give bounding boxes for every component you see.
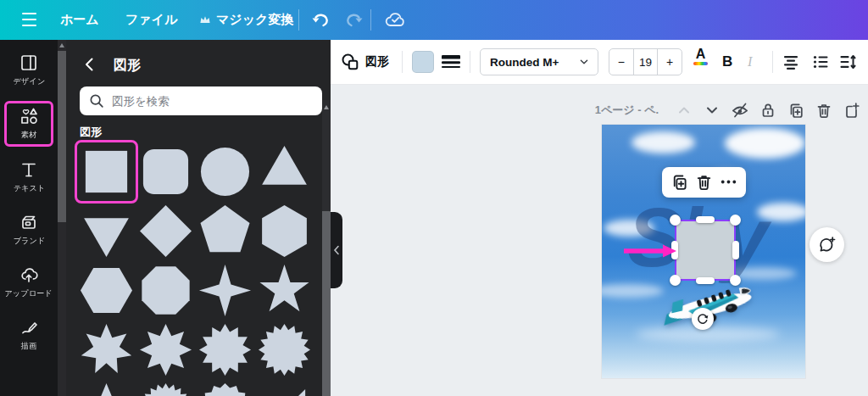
- rotate-handle[interactable]: [692, 308, 714, 330]
- menu-hamburger-button[interactable]: [22, 13, 36, 26]
- cloud-save-status-button[interactable]: [384, 10, 406, 31]
- shape-star-7[interactable]: [80, 323, 133, 376]
- shapes-panel: 図形 図形: [66, 40, 331, 396]
- add-page-button[interactable]: [843, 101, 861, 120]
- line-spacing-icon: [838, 53, 857, 71]
- home-menu-item[interactable]: ホーム: [60, 0, 99, 40]
- italic-button[interactable]: I: [748, 48, 752, 75]
- border-weight-button[interactable]: [441, 48, 461, 75]
- list-button[interactable]: [811, 48, 830, 75]
- cloud-check-icon: [384, 10, 407, 30]
- text-color-button[interactable]: A: [693, 48, 708, 75]
- bold-button[interactable]: B: [722, 48, 732, 75]
- brand-kit-icon: [19, 213, 38, 231]
- delete-page-button[interactable]: [815, 101, 833, 120]
- resize-handle-se[interactable]: [730, 275, 741, 286]
- sidebar-item-draw[interactable]: 描画: [4, 313, 53, 357]
- shape-star-6[interactable]: [80, 382, 133, 396]
- scrollbar-up-arrow[interactable]: [59, 43, 64, 47]
- shape-square[interactable]: [80, 145, 133, 198]
- panel-scrollbar[interactable]: [322, 100, 331, 396]
- shape-triangle[interactable]: [258, 145, 311, 198]
- page-up-button[interactable]: [675, 101, 693, 120]
- shape-flag[interactable]: [258, 382, 311, 396]
- shape-pentagon[interactable]: [198, 204, 252, 258]
- shape-octagon[interactable]: [139, 264, 192, 317]
- shape-burst-20[interactable]: [139, 382, 192, 396]
- line-spacing-button[interactable]: [838, 48, 857, 75]
- shape-hexagon-flat[interactable]: [80, 264, 133, 317]
- redo-icon: [343, 10, 364, 29]
- chevron-left-icon: [333, 245, 340, 255]
- sidebar-item-elements[interactable]: 素材: [4, 101, 53, 147]
- page-controls: 1ページ - ペ.: [595, 100, 861, 120]
- resize-handle-bottom[interactable]: [696, 277, 715, 284]
- resize-handle-ne[interactable]: [730, 215, 741, 226]
- hide-page-button[interactable]: [731, 101, 749, 120]
- shape-rounded-square[interactable]: [139, 145, 192, 198]
- text-color-label: A: [696, 48, 706, 60]
- more-options-button[interactable]: [719, 172, 739, 192]
- duplicate-page-button[interactable]: [787, 101, 805, 120]
- font-size-stepper: − 19 +: [609, 48, 682, 75]
- toolbar-divider: [402, 51, 403, 73]
- search-icon: [88, 92, 105, 109]
- shape-tool-icon: [341, 53, 359, 71]
- resize-handle-top[interactable]: [696, 216, 715, 223]
- delete-element-button[interactable]: [694, 172, 715, 192]
- design-page[interactable]: Sky: [602, 125, 805, 378]
- shape-burst-16[interactable]: [258, 323, 311, 376]
- selected-shape[interactable]: [675, 220, 736, 281]
- page-down-button[interactable]: [703, 101, 721, 120]
- shape-hexagon[interactable]: [258, 204, 311, 258]
- shape-scallop[interactable]: [198, 382, 252, 396]
- sidebar-item-text[interactable]: テキスト: [4, 155, 53, 199]
- back-button[interactable]: [80, 55, 100, 75]
- duplicate-element-button[interactable]: [670, 172, 690, 192]
- scrollbar-thumb[interactable]: [58, 51, 66, 222]
- sidebar-item-uploads[interactable]: アップロード: [4, 260, 53, 304]
- panel-collapse-tab[interactable]: [331, 212, 342, 288]
- font-size-decrease-button[interactable]: −: [609, 49, 633, 75]
- sidebar-item-label: 描画: [21, 341, 36, 352]
- text-icon: [19, 160, 38, 179]
- crown-icon: [199, 14, 211, 25]
- trash-icon: [815, 101, 833, 120]
- shape-tool-button[interactable]: 図形: [341, 48, 389, 75]
- resize-handle-right[interactable]: [732, 241, 739, 259]
- shape-triangle-down[interactable]: [80, 204, 133, 258]
- topbar-divider: [298, 9, 299, 31]
- lock-page-button[interactable]: [759, 101, 777, 120]
- font-size-value[interactable]: 19: [633, 49, 659, 75]
- bulleted-list-icon: [811, 53, 830, 71]
- search-input[interactable]: [112, 95, 314, 108]
- shape-star-8[interactable]: [139, 323, 192, 376]
- file-menu-item[interactable]: ファイル: [125, 0, 177, 40]
- fill-color-swatch[interactable]: [412, 51, 434, 73]
- magic-convert-menu-item[interactable]: マジック変換: [199, 0, 293, 40]
- add-comment-button[interactable]: [810, 227, 844, 262]
- lock-icon: [759, 101, 777, 120]
- resize-handle-sw[interactable]: [670, 275, 681, 286]
- text-align-button[interactable]: [782, 48, 800, 75]
- font-size-increase-button[interactable]: +: [658, 49, 682, 75]
- sidebar-item-brand[interactable]: ブランド: [4, 208, 53, 252]
- scrollbar-up-arrow[interactable]: [324, 105, 329, 109]
- shape-burst-12[interactable]: [198, 323, 252, 376]
- resize-handle-nw[interactable]: [670, 215, 681, 226]
- sidebar-item-design[interactable]: デザイン: [4, 48, 53, 92]
- font-family-dropdown[interactable]: Rounded M+: [480, 48, 598, 75]
- shape-star-4[interactable]: [198, 264, 252, 317]
- sidebar-item-label: 素材: [21, 130, 36, 141]
- sidebar-scrollbar[interactable]: [58, 40, 66, 396]
- redo-button[interactable]: [342, 10, 364, 31]
- toolbar-divider: [470, 51, 470, 73]
- search-box: [80, 86, 322, 115]
- shape-star-5[interactable]: [258, 264, 311, 317]
- topbar: ホーム ファイル マジック変換: [0, 0, 868, 40]
- shape-diamond[interactable]: [139, 204, 192, 258]
- sidebar: デザイン 素材 テキスト ブランド: [0, 40, 58, 396]
- undo-button[interactable]: [310, 10, 332, 31]
- shape-circle[interactable]: [198, 145, 252, 198]
- scrollbar-thumb[interactable]: [322, 211, 331, 396]
